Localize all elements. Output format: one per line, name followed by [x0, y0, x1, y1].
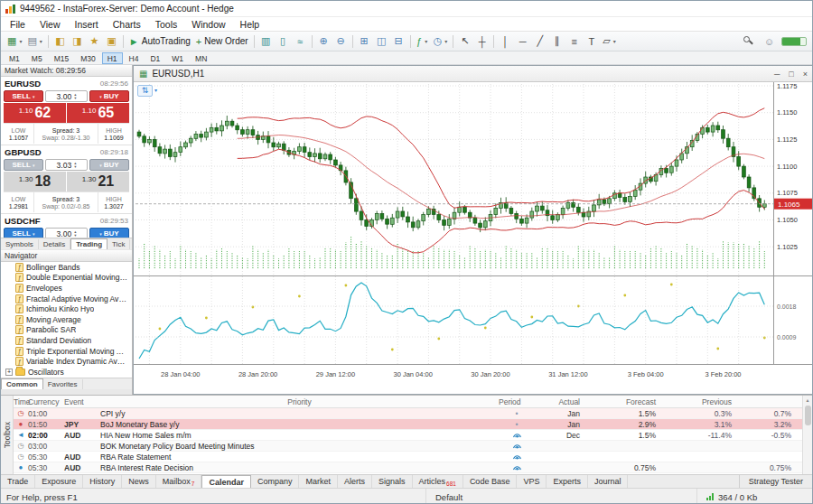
calendar-row[interactable]: ●05:30AUDRBA Interest Rate Decision0.75%… [14, 462, 802, 473]
toolbox-tab-market[interactable]: Market [299, 475, 338, 488]
toolbox-scrollbar[interactable]: ▲ [802, 396, 812, 475]
menu-file[interactable]: File [3, 18, 33, 31]
symbol-name-row[interactable]: GBPUSD08:29:18 [1, 145, 132, 158]
chart-canvas[interactable]: 1.11751.11501.11251.11001.10751.10501.10… [134, 82, 813, 394]
toolbox-tab-history[interactable]: History [83, 475, 122, 488]
calendar-column-event[interactable]: Event [64, 397, 100, 406]
navigator-tab-favorites[interactable]: Favorites [43, 379, 83, 389]
new-chart-button[interactable]: ▦▾ [5, 33, 24, 50]
trendline-button[interactable]: ╱ [531, 33, 548, 50]
timeframe-m1[interactable]: M1 [4, 52, 25, 64]
menu-help[interactable]: Help [233, 18, 267, 31]
ask-price[interactable]: 1.1065 [67, 103, 129, 123]
chart-minimize-button[interactable]: ─ [774, 70, 780, 79]
market-watch-tab-tick[interactable]: Tick [107, 239, 130, 249]
calendar-row[interactable]: ◄02:00AUDHIA New Home Sales m/mDec1.5%-1… [14, 430, 802, 441]
calendar-row[interactable]: ●01:50JPYBoJ Monetary Base y/y•Jan2.9%3.… [14, 419, 802, 430]
timeframe-m5[interactable]: M5 [26, 52, 48, 64]
timeframe-h4[interactable]: H4 [124, 52, 145, 64]
calendar-column-currency[interactable]: Currency [28, 397, 64, 406]
one-click-caret-icon[interactable]: ▾ [154, 87, 157, 93]
profiles-button[interactable]: ▤▾ [24, 33, 44, 50]
toolbox-toggle-button[interactable]: ▣ [103, 33, 120, 50]
navigator-tab-common[interactable]: Common [1, 378, 43, 389]
toolbox-tab-company[interactable]: Company [251, 475, 300, 488]
market-watch-tab-symbols[interactable]: Symbols [1, 239, 39, 249]
scrollbar-thumb[interactable] [805, 406, 811, 425]
market-watch-tab-details[interactable]: Details [39, 239, 70, 249]
lot-stepper-usdchf[interactable]: 3.00▴▾ [45, 228, 88, 238]
ask-price[interactable]: 1.3021 [67, 172, 129, 191]
market-watch-tab-trading[interactable]: Trading [70, 238, 107, 249]
navigator-item-envelopes[interactable]: ƒEnvelopes [1, 283, 132, 294]
market-watch-toggle-button[interactable]: ◧ [51, 33, 69, 50]
periods-button[interactable]: ◷▾ [431, 33, 451, 50]
cascade-windows-button[interactable]: ◫ [373, 33, 390, 50]
vertical-line-button[interactable]: │ [497, 33, 514, 50]
bar-chart-button[interactable]: ▥ [257, 33, 275, 50]
tile-windows-button[interactable]: ⊞ [356, 33, 373, 50]
menu-charts[interactable]: Charts [106, 18, 148, 31]
navigator-item-triple-exponential-moving-average[interactable]: ƒTriple Exponential Moving Average [1, 346, 132, 357]
chart-area[interactable]: ⇅ ▾ 1.11751.11501.11251.11001.10751.1050… [134, 82, 813, 394]
navigator-toggle-button[interactable]: ★ [86, 33, 103, 50]
calendar-column-time[interactable]: Time [14, 397, 28, 406]
lot-stepper-gbpusd[interactable]: 3.03▴▾ [45, 159, 88, 171]
lot-stepper-eurusd[interactable]: 3.00▴▾ [45, 90, 88, 102]
chart-close-button[interactable]: × [803, 70, 808, 79]
calendar-row[interactable]: ◷01:00CPI y/y•Jan1.5%0.3%0.7% [14, 408, 802, 419]
timeframe-m15[interactable]: M15 [49, 52, 75, 64]
equidistant-channel-button[interactable]: ∥ [548, 33, 565, 50]
toolbox-tab-experts[interactable]: Experts [547, 475, 588, 488]
toolbox-tab-vps[interactable]: VPS [517, 475, 547, 488]
navigator-item-moving-average[interactable]: ƒMoving Average [1, 314, 132, 325]
text-label-button[interactable]: T [583, 33, 600, 50]
toolbox-tab-mailbox[interactable]: Mailbox7 [156, 475, 202, 488]
fibonacci-button[interactable]: ≡ [565, 33, 583, 50]
symbol-name-row[interactable]: EURUSD08:29:56 [1, 77, 132, 89]
zoom-in-button[interactable]: ⊕ [315, 33, 332, 50]
one-click-trading-icon[interactable]: ⇅ [137, 85, 153, 97]
cursor-button[interactable]: ↖ [456, 33, 473, 50]
toolbox-tab-trade[interactable]: Trade [1, 475, 35, 488]
timeframe-mn[interactable]: MN [190, 52, 212, 64]
navigator-item-bollinger-bands[interactable]: ƒBollinger Bands [1, 262, 132, 273]
bid-price[interactable]: 1.3018 [4, 172, 66, 191]
sell-button-eurusd[interactable]: SELL ▾ [4, 90, 43, 102]
navigator-item-fractal-adaptive-moving-average[interactable]: ƒFractal Adaptive Moving Average [1, 294, 132, 304]
timeframe-w1[interactable]: W1 [166, 52, 189, 64]
tile-horizontally-button[interactable]: ⊟ [390, 33, 407, 50]
toolbox-tab-articles[interactable]: Articles681 [413, 475, 463, 488]
community-button[interactable]: ☺ [761, 33, 778, 50]
calendar-column-actual[interactable]: Actual [535, 397, 591, 406]
timeframe-d1[interactable]: D1 [145, 52, 165, 64]
strategy-tester-tab[interactable]: Strategy Tester [739, 475, 812, 488]
autotrading-button[interactable]: ►AutoTrading [126, 33, 193, 50]
toolbox-tab-signals[interactable]: Signals [372, 475, 413, 488]
calendar-column-forecast[interactable]: Forecast [591, 397, 667, 406]
sell-button-usdchf[interactable]: SELL ▾ [4, 228, 43, 238]
timeframe-h1[interactable]: H1 [102, 52, 123, 64]
sell-button-gbpusd[interactable]: SELL ▾ [4, 159, 43, 171]
buy-button-eurusd[interactable]: ▾ BUY [89, 90, 129, 102]
bid-price[interactable]: 1.1062 [4, 103, 66, 123]
new-order-button[interactable]: +New Order [193, 33, 251, 50]
toolbox-tab-code-base[interactable]: Code Base [463, 475, 518, 488]
line-chart-button[interactable]: ≈ [292, 33, 309, 50]
toolbox-tab-exposure[interactable]: Exposure [35, 475, 83, 488]
menu-view[interactable]: View [33, 18, 68, 31]
candlestick-chart-button[interactable]: ▯ [275, 33, 292, 50]
symbol-name-row[interactable]: USDCHF08:29:53 [1, 214, 132, 227]
menu-tools[interactable]: Tools [148, 18, 185, 31]
horizontal-line-button[interactable]: ─ [514, 33, 531, 50]
menu-window[interactable]: Window [184, 18, 232, 31]
navigator-item-double-exponential-moving-average[interactable]: ƒDouble Exponential Moving Average [1, 273, 132, 284]
zoom-out-button[interactable]: ⊖ [332, 33, 350, 50]
navigator-item-ichimoku-kinko-hyo[interactable]: ƒIchimoku Kinko Hyo [1, 303, 132, 314]
navigator-item-standard-deviation[interactable]: ƒStandard Deviation [1, 335, 132, 346]
toolbox-tab-journal[interactable]: Journal [588, 475, 629, 488]
toolbox-tab-news[interactable]: News [122, 475, 156, 488]
timeframe-m30[interactable]: M30 [75, 52, 101, 64]
navigator-item-variable-index-dynamic-average[interactable]: ƒVariable Index Dynamic Average [1, 356, 132, 367]
search-button[interactable] [740, 33, 757, 50]
